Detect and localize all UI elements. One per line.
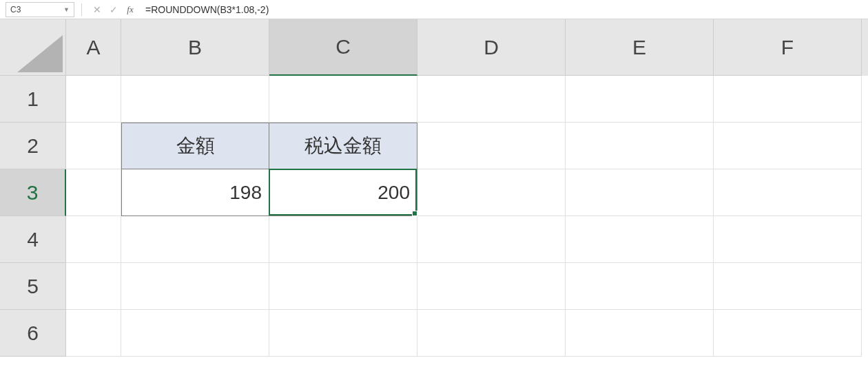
- cell-C3[interactable]: 200: [269, 169, 417, 216]
- row-header-5[interactable]: 5: [0, 263, 66, 310]
- row-header-2[interactable]: 2: [0, 123, 66, 169]
- name-box[interactable]: C3 ▼: [6, 2, 74, 17]
- cell-D4[interactable]: [417, 216, 566, 263]
- cell-E5[interactable]: [566, 263, 714, 310]
- cell-D1[interactable]: [417, 76, 566, 123]
- cell-F6[interactable]: [714, 310, 862, 357]
- cell-F3[interactable]: [714, 169, 862, 216]
- cell-B1[interactable]: [121, 76, 269, 123]
- cell-D3[interactable]: [417, 169, 566, 216]
- cell-B5[interactable]: [121, 263, 269, 310]
- cell-B4[interactable]: [121, 216, 269, 263]
- cell-B6[interactable]: [121, 310, 269, 357]
- cell-E2[interactable]: [566, 123, 714, 169]
- cell-A2[interactable]: [66, 123, 121, 169]
- cell-D5[interactable]: [417, 263, 566, 310]
- cell-C5[interactable]: [269, 263, 417, 310]
- column-header-C[interactable]: C: [269, 19, 417, 76]
- dropdown-icon[interactable]: ▼: [63, 6, 70, 13]
- cell-F4[interactable]: [714, 216, 862, 263]
- confirm-icon[interactable]: ✓: [107, 3, 121, 17]
- cell-F1[interactable]: [714, 76, 862, 123]
- row-header-6[interactable]: 6: [0, 310, 66, 357]
- column-header-F[interactable]: F: [714, 19, 862, 76]
- row-header-4[interactable]: 4: [0, 216, 66, 263]
- formula-input[interactable]: [138, 0, 868, 19]
- cell-B2[interactable]: 金額: [121, 123, 269, 169]
- name-box-value: C3: [10, 5, 21, 14]
- row-headers: 123456: [0, 76, 66, 357]
- cell-D6[interactable]: [417, 310, 566, 357]
- cell-E6[interactable]: [566, 310, 714, 357]
- cell-F5[interactable]: [714, 263, 862, 310]
- column-header-D[interactable]: D: [417, 19, 566, 76]
- cell-A5[interactable]: [66, 263, 121, 310]
- cell-C6[interactable]: [269, 310, 417, 357]
- cell-A4[interactable]: [66, 216, 121, 263]
- row-header-3[interactable]: 3: [0, 169, 66, 216]
- column-headers: ABCDEF: [66, 19, 868, 76]
- cell-A6[interactable]: [66, 310, 121, 357]
- column-header-B[interactable]: B: [121, 19, 269, 76]
- column-header-A[interactable]: A: [66, 19, 121, 76]
- cell-A1[interactable]: [66, 76, 121, 123]
- cell-B3[interactable]: 198: [121, 169, 269, 216]
- cancel-icon[interactable]: ✕: [90, 3, 104, 17]
- divider: [81, 3, 82, 16]
- cell-E4[interactable]: [566, 216, 714, 263]
- formula-bar: C3 ▼ ✕ ✓ fx: [0, 0, 868, 19]
- fx-icon[interactable]: fx: [123, 3, 137, 17]
- cell-C4[interactable]: [269, 216, 417, 263]
- cell-D2[interactable]: [417, 123, 566, 169]
- cell-F2[interactable]: [714, 123, 862, 169]
- cell-A3[interactable]: [66, 169, 121, 216]
- cell-C2[interactable]: 税込金額: [269, 123, 417, 169]
- cell-E3[interactable]: [566, 169, 714, 216]
- select-all-corner[interactable]: [0, 19, 66, 76]
- row-header-1[interactable]: 1: [0, 76, 66, 123]
- cell-E1[interactable]: [566, 76, 714, 123]
- column-header-E[interactable]: E: [566, 19, 714, 76]
- cell-C1[interactable]: [269, 76, 417, 123]
